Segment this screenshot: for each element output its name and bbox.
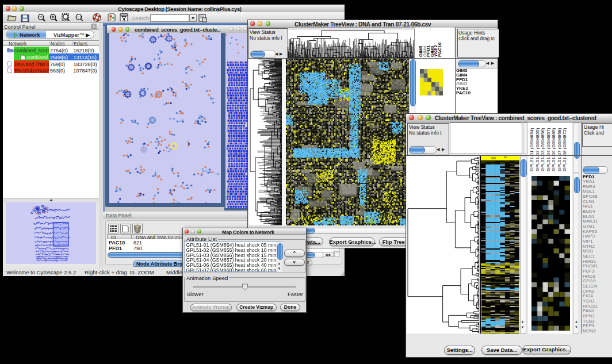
svg-text:1:1: 1:1 [77,16,81,19]
